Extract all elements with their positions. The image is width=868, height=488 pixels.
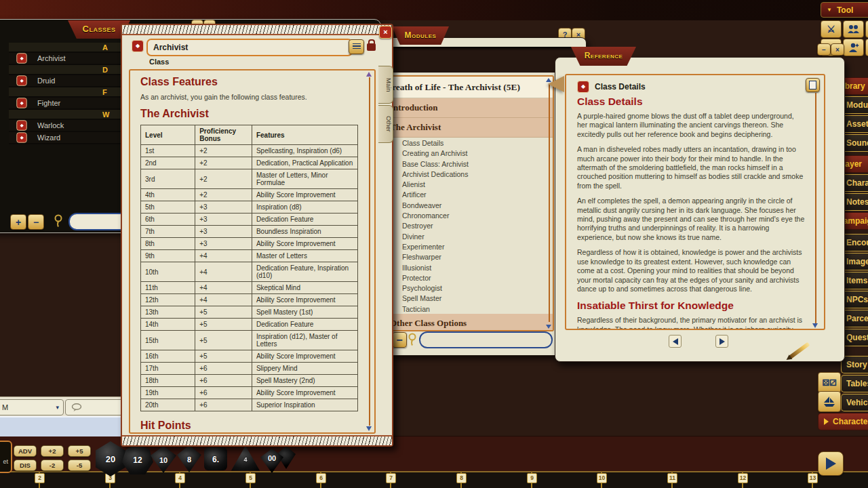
die[interactable]: 00 bbox=[260, 446, 296, 473]
sidebar-item[interactable]: Images bbox=[841, 253, 868, 270]
scroll-down-icon[interactable] bbox=[366, 426, 372, 431]
chat-entry-strip[interactable] bbox=[0, 416, 129, 436]
sidebar-item[interactable]: Characters bbox=[818, 413, 868, 430]
modules-list-row[interactable]: Creating an Archivist bbox=[376, 148, 553, 158]
next-page-button[interactable] bbox=[715, 335, 728, 348]
export-page-button[interactable] bbox=[806, 78, 820, 92]
modules-list-row[interactable]: Psychologist bbox=[376, 283, 553, 293]
character-tool-button[interactable] bbox=[843, 39, 864, 56]
modules-list-row[interactable]: Protector bbox=[376, 272, 553, 283]
hotbar-slot[interactable]: 13 bbox=[812, 472, 813, 488]
modifier-button[interactable]: -2 bbox=[41, 460, 64, 471]
sidebar-item[interactable]: Characters bbox=[841, 174, 868, 192]
modules-list-row[interactable]: The Archivist bbox=[376, 118, 553, 138]
modules-row-label: Diviner bbox=[402, 232, 425, 241]
scroll-up-icon[interactable] bbox=[366, 72, 372, 77]
hotbar-slot[interactable]: 6 bbox=[320, 472, 321, 488]
modules-list-row[interactable]: Illusionist bbox=[376, 262, 553, 272]
reference-scrollbar[interactable] bbox=[815, 93, 816, 323]
modules-row-label: Creating an Archivist bbox=[402, 149, 467, 157]
sidebar-item[interactable]: Parcels bbox=[841, 310, 868, 327]
sidebar-item[interactable]: Story bbox=[841, 356, 868, 373]
modules-list-row[interactable]: Base Class: Archivist bbox=[376, 159, 553, 169]
sidebar-item[interactable]: Notes bbox=[841, 193, 868, 211]
sidebar-item[interactable]: Quests bbox=[841, 329, 868, 346]
modules-list-row[interactable]: Tactician bbox=[376, 304, 553, 314]
modules-list-row[interactable]: Experimenter bbox=[376, 241, 553, 251]
sidebar-item[interactable]: Tables bbox=[841, 375, 868, 392]
chat-identity-dropdown[interactable]: M ▾ bbox=[0, 399, 64, 415]
column-header: Features bbox=[252, 125, 357, 145]
module-remove-button[interactable]: − bbox=[392, 332, 407, 348]
level-cell: 13th bbox=[141, 306, 195, 319]
tab-reference[interactable]: Reference bbox=[571, 47, 636, 66]
die[interactable]: 6. bbox=[204, 447, 227, 470]
modules-list-row[interactable]: Artificer bbox=[376, 189, 553, 199]
modules-list-row[interactable]: Diviner bbox=[376, 231, 553, 241]
sidebar-item[interactable]: Sound Sets bbox=[841, 134, 868, 152]
reference-close-button[interactable]: × bbox=[831, 43, 844, 56]
calendar-tool-button[interactable] bbox=[865, 20, 868, 38]
class-scrollbar[interactable] bbox=[369, 77, 370, 426]
die-face: 00 bbox=[260, 449, 283, 473]
sidebar-item[interactable]: Modules bbox=[841, 96, 868, 114]
modules-list-row[interactable]: Bondweaver bbox=[376, 200, 553, 210]
level-cell: 4th bbox=[141, 189, 195, 201]
reference-minimize-button[interactable]: − bbox=[817, 43, 831, 56]
modules-list-row[interactable]: Fleshwarper bbox=[376, 251, 553, 262]
hotbar-slot[interactable]: 2 bbox=[39, 472, 40, 488]
hotbar-slot[interactable]: 4 bbox=[179, 472, 180, 488]
modules-list-row[interactable]: Destroyer bbox=[376, 220, 553, 230]
modules-row-label: Alienist bbox=[402, 180, 425, 188]
modules-list-row[interactable]: Archivist Dedications bbox=[376, 169, 553, 179]
modifier-button[interactable]: DIS bbox=[14, 460, 37, 471]
tab-other[interactable]: Other bbox=[378, 105, 393, 143]
hotbar-slot[interactable]: 5 bbox=[250, 472, 251, 488]
level-cell: 11th bbox=[141, 282, 195, 294]
swords-tool-button[interactable]: ⚔ bbox=[821, 20, 842, 38]
modules-list-row[interactable]: Introduction bbox=[376, 98, 553, 118]
modules-scrollbar[interactable] bbox=[549, 83, 550, 322]
tab-modules[interactable]: Modules bbox=[392, 26, 449, 45]
edit-text-button[interactable] bbox=[349, 39, 364, 54]
hotbar-slot[interactable]: 8 bbox=[460, 472, 462, 488]
modifier-button[interactable]: +5 bbox=[68, 445, 91, 457]
scroll-down-icon[interactable] bbox=[546, 325, 551, 329]
modifier-button[interactable]: ADV bbox=[14, 445, 37, 457]
vehicles-boat-icon[interactable] bbox=[818, 391, 841, 412]
modules-list-row[interactable]: Other Class Options bbox=[376, 314, 553, 331]
hotbar-slot[interactable]: 9 bbox=[531, 472, 532, 488]
scroll-down-icon[interactable] bbox=[812, 323, 818, 328]
modifier-button[interactable]: +2 bbox=[41, 445, 64, 457]
hotbar-slot[interactable]: 11 bbox=[671, 472, 673, 488]
collapse-index-arrow[interactable] bbox=[548, 76, 564, 92]
sidebar-item[interactable]: NPCs bbox=[841, 291, 868, 308]
play-button[interactable] bbox=[818, 451, 844, 476]
modifier-button[interactable]: -5 bbox=[68, 460, 91, 471]
modules-list-row[interactable]: Breath of Life - The Archivist (5E) bbox=[376, 77, 553, 98]
class-window-close-button[interactable]: × bbox=[379, 26, 392, 39]
sidebar-item[interactable]: Assets bbox=[841, 115, 868, 133]
level-cell: 8th bbox=[141, 238, 195, 250]
prev-page-button[interactable] bbox=[669, 335, 682, 348]
tool-menu-button[interactable]: ▼ Tool bbox=[821, 2, 868, 18]
hotbar-slot[interactable]: 12 bbox=[742, 472, 743, 488]
sidebar-item[interactable]: Encounters bbox=[841, 234, 868, 251]
modules-filter-input[interactable] bbox=[419, 331, 553, 348]
modules-list-row[interactable]: Alienist bbox=[376, 179, 553, 189]
sidebar-item-label: Parcels bbox=[846, 314, 868, 323]
tables-dice-icon[interactable]: ⚄⚂ bbox=[818, 372, 841, 393]
modules-list-row[interactable]: Class Details bbox=[376, 138, 553, 148]
modules-list-row[interactable]: Chronomancer bbox=[376, 210, 553, 220]
sidebar-item[interactable]: Items bbox=[841, 272, 868, 289]
sound-tool-button[interactable]: ♪ bbox=[865, 39, 868, 56]
remove-class-button[interactable]: − bbox=[28, 214, 44, 230]
party-tool-button[interactable] bbox=[843, 20, 864, 38]
tab-main[interactable]: Main bbox=[378, 66, 393, 104]
hotbar-slot[interactable]: 10 bbox=[601, 472, 602, 488]
modules-list-row[interactable]: Spell Master bbox=[376, 293, 553, 303]
class-name-field[interactable]: Archivist bbox=[146, 39, 353, 56]
sidebar-item[interactable]: Vehicles bbox=[841, 394, 868, 411]
add-class-button[interactable]: + bbox=[10, 214, 26, 230]
hotbar-slot[interactable]: 7 bbox=[390, 472, 391, 488]
